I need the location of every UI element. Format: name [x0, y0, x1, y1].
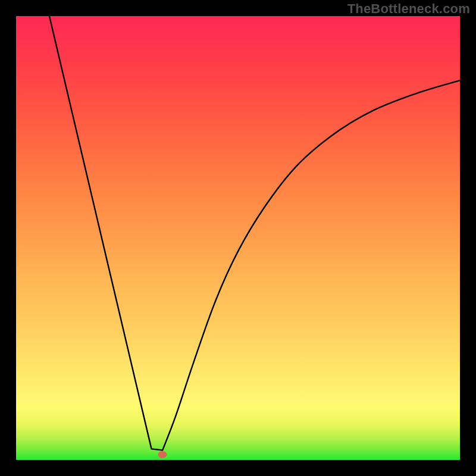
bottleneck-curve [49, 16, 460, 450]
watermark-text: TheBottleneck.com [347, 1, 470, 17]
chart-frame: TheBottleneck.com [0, 0, 476, 476]
curve-svg [16, 16, 460, 460]
plot-area [16, 16, 460, 460]
optimal-point-marker [158, 451, 167, 458]
